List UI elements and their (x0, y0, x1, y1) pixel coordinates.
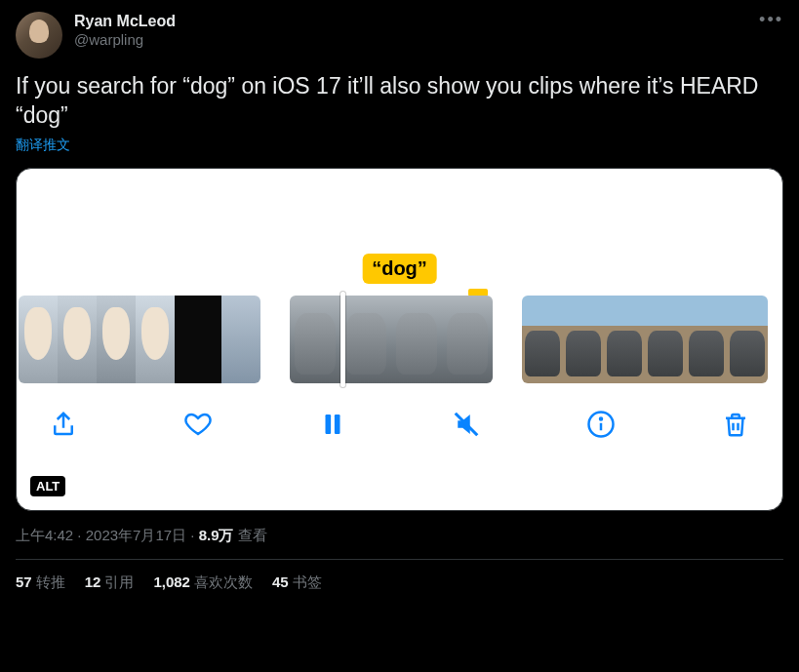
clip-thumb (391, 296, 442, 383)
playhead[interactable] (340, 292, 345, 387)
alt-badge[interactable]: ALT (30, 476, 65, 496)
clip-thumb (686, 296, 727, 383)
views-count: 8.9万 (199, 527, 234, 543)
trash-icon (721, 410, 750, 439)
engagement-stats: 57转推 12引用 1,082喜欢次数 45书签 (16, 573, 783, 592)
divider (16, 559, 783, 560)
speaker-muted-icon (452, 410, 481, 439)
clip-thumb (175, 296, 221, 383)
like-button[interactable] (180, 407, 216, 442)
delete-button[interactable] (718, 407, 753, 442)
handle[interactable]: @warpling (74, 31, 176, 50)
likes-stat[interactable]: 1,082喜欢次数 (153, 573, 253, 592)
clip-thumb (221, 296, 260, 383)
display-name[interactable]: Ryan McLeod (74, 12, 176, 31)
pause-icon (318, 410, 347, 439)
media-controls (17, 383, 782, 442)
tweet-meta: 上午4:42 · 2023年7月17日 · 8.9万 查看 (16, 527, 783, 545)
clip-thumb (340, 296, 391, 383)
bookmarks-stat[interactable]: 45书签 (272, 573, 322, 592)
clip-thumb (645, 296, 686, 383)
avatar[interactable] (16, 12, 62, 59)
views-label: 查看 (238, 527, 267, 543)
clip-thumb (563, 296, 604, 383)
clip-thumb (727, 296, 768, 383)
clip-thumb (97, 296, 136, 383)
pause-button[interactable] (315, 407, 350, 442)
clip-thumb (522, 296, 563, 383)
clip-thumb (58, 296, 97, 383)
clip-thumb (604, 296, 645, 383)
clip-thumb (290, 296, 340, 383)
heart-icon (183, 410, 213, 439)
tweet-time[interactable]: 上午4:42 (16, 527, 73, 543)
more-options-button[interactable]: ••• (759, 10, 783, 30)
tweet-header: Ryan McLeod @warpling ••• (16, 12, 783, 59)
clip-group-3[interactable] (522, 296, 768, 383)
video-filmstrip[interactable] (17, 296, 782, 383)
share-icon (49, 410, 78, 439)
translate-link[interactable]: 翻译推文 (16, 137, 70, 154)
quotes-stat[interactable]: 12引用 (85, 573, 135, 592)
media-top-area: “dog” (17, 169, 782, 296)
clip-thumb (442, 296, 493, 383)
svg-rect-1 (334, 415, 340, 434)
retweets-stat[interactable]: 57转推 (16, 573, 65, 592)
share-button[interactable] (46, 407, 81, 442)
info-button[interactable] (583, 407, 619, 442)
clip-group-1[interactable] (19, 296, 260, 383)
tweet-date[interactable]: 2023年7月17日 (86, 527, 186, 543)
clip-thumb (19, 296, 58, 383)
svg-point-5 (600, 417, 602, 419)
svg-rect-0 (325, 415, 331, 434)
clip-group-2-selected[interactable] (290, 296, 493, 383)
mute-button[interactable] (449, 407, 484, 442)
tweet-container: Ryan McLeod @warpling ••• If you search … (0, 0, 799, 604)
keyword-highlight-label: “dog” (362, 254, 437, 284)
clip-thumb (136, 296, 175, 383)
media-attachment[interactable]: “dog” (16, 168, 783, 511)
info-icon (586, 410, 616, 439)
author-names: Ryan McLeod @warpling (74, 12, 176, 50)
tweet-text: If you search for “dog” on iOS 17 it’ll … (16, 72, 783, 131)
